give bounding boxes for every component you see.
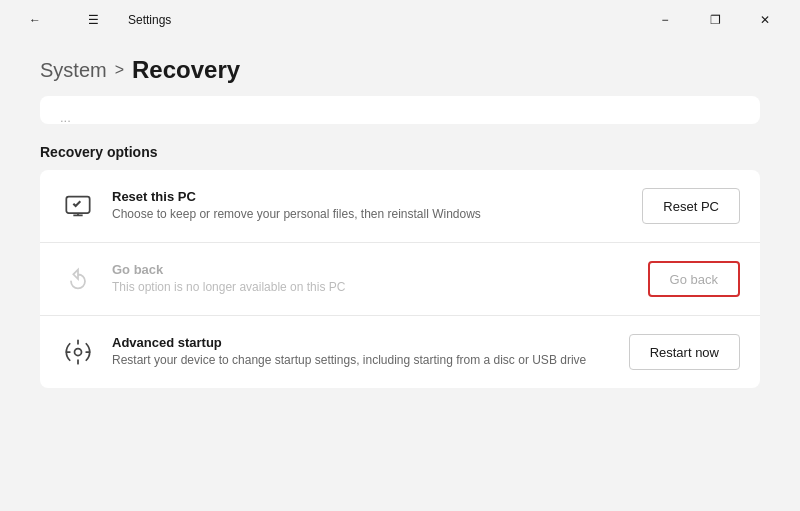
window-controls: − ❐ ✕ [642, 4, 788, 36]
advanced-startup-icon [60, 334, 96, 370]
app-container: System > Recovery ... Recovery options [0, 40, 800, 511]
reset-pc-row: Reset this PC Choose to keep or remove y… [40, 170, 760, 242]
breadcrumb: System > Recovery [40, 40, 760, 96]
go-back-row: Go back This option is no longer availab… [40, 242, 760, 315]
partial-card: ... [40, 96, 760, 124]
reset-pc-button[interactable]: Reset PC [642, 188, 740, 224]
breadcrumb-chevron: > [115, 61, 124, 79]
back-icon: ← [29, 13, 41, 27]
maximize-button[interactable]: ❐ [692, 4, 738, 36]
minimize-icon: − [661, 13, 668, 27]
hamburger-icon: ☰ [88, 13, 99, 27]
menu-button[interactable]: ☰ [70, 4, 116, 36]
go-back-button[interactable]: Go back [648, 261, 740, 297]
svg-point-1 [75, 349, 82, 356]
recovery-options-card: Reset this PC Choose to keep or remove y… [40, 170, 760, 388]
go-back-desc: This option is no longer available on th… [112, 279, 632, 296]
reset-pc-desc: Choose to keep or remove your personal f… [112, 206, 626, 223]
maximize-icon: ❐ [710, 13, 721, 27]
go-back-icon [60, 261, 96, 297]
reset-pc-title: Reset this PC [112, 189, 626, 204]
app-title: Settings [128, 13, 171, 27]
close-button[interactable]: ✕ [742, 4, 788, 36]
advanced-startup-title: Advanced startup [112, 335, 613, 350]
reset-pc-text: Reset this PC Choose to keep or remove y… [112, 189, 626, 223]
close-icon: ✕ [760, 13, 770, 27]
restart-now-button[interactable]: Restart now [629, 334, 740, 370]
back-button[interactable]: ← [12, 4, 58, 36]
main-content: System > Recovery ... Recovery options [0, 40, 800, 511]
advanced-startup-text: Advanced startup Restart your device to … [112, 335, 613, 369]
breadcrumb-system: System [40, 59, 107, 82]
reset-pc-icon [60, 188, 96, 224]
advanced-startup-desc: Restart your device to change startup se… [112, 352, 613, 369]
minimize-button[interactable]: − [642, 4, 688, 36]
title-bar-left: ← ☰ Settings [12, 4, 171, 36]
breadcrumb-current: Recovery [132, 56, 240, 84]
partial-card-text: ... [60, 110, 71, 124]
go-back-text: Go back This option is no longer availab… [112, 262, 632, 296]
go-back-title: Go back [112, 262, 632, 277]
section-title: Recovery options [40, 144, 760, 160]
title-bar: ← ☰ Settings − ❐ ✕ [0, 0, 800, 40]
advanced-startup-row: Advanced startup Restart your device to … [40, 315, 760, 388]
